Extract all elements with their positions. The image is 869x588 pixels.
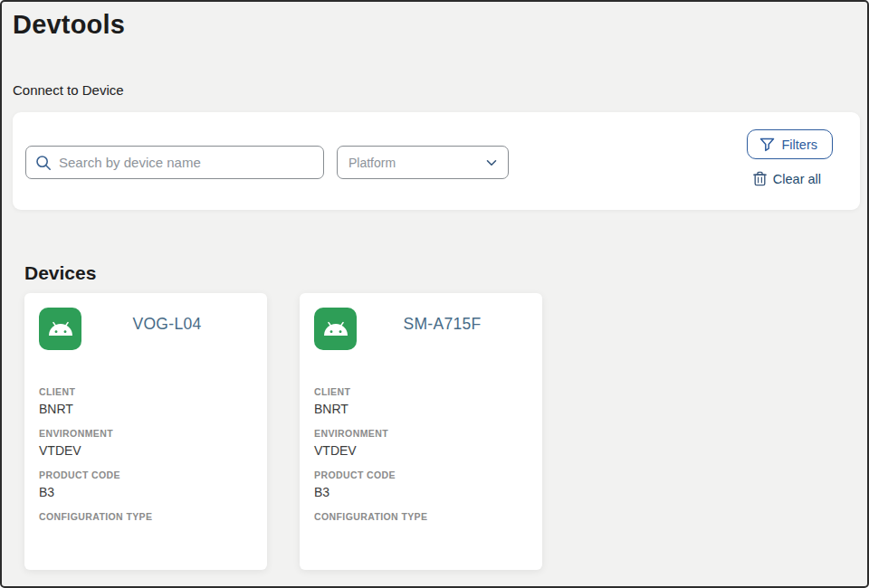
device-card[interactable]: VOG-L04 CLIENT BNRT ENVIRONMENT VTDEV PR…	[24, 293, 267, 570]
field-label: PRODUCT CODE	[39, 469, 253, 480]
field-environment: ENVIRONMENT VTDEV	[39, 428, 253, 458]
field-value: VTDEV	[314, 443, 528, 458]
android-icon	[39, 308, 81, 350]
search-icon	[35, 155, 52, 171]
field-label: CONFIGURATION TYPE	[39, 511, 253, 522]
clear-all-button[interactable]: Clear all	[753, 171, 821, 186]
field-value: B3	[314, 485, 528, 499]
search-input-wrapper	[25, 146, 324, 179]
field-client: CLIENT BNRT	[39, 386, 253, 416]
field-label: ENVIRONMENT	[314, 428, 528, 439]
field-client: CLIENT BNRT	[314, 386, 528, 416]
section-label: Connect to Device	[13, 82, 124, 98]
field-value	[39, 526, 253, 541]
clear-all-label: Clear all	[773, 172, 821, 186]
devices-heading: Devices	[24, 262, 96, 284]
filters-button[interactable]: Filters	[747, 129, 833, 159]
filters-button-label: Filters	[782, 138, 817, 152]
field-value: B3	[39, 485, 253, 499]
device-card[interactable]: SM-A715F CLIENT BNRT ENVIRONMENT VTDEV P…	[300, 293, 542, 570]
field-value	[314, 526, 528, 541]
filter-panel: Platform Filters Clear all	[13, 112, 860, 210]
field-value: BNRT	[39, 402, 253, 416]
field-product-code: PRODUCT CODE B3	[314, 469, 528, 499]
page-title: Devtools	[13, 10, 125, 40]
field-value: VTDEV	[39, 443, 253, 458]
chevron-down-icon	[486, 159, 497, 166]
field-label: CLIENT	[39, 386, 253, 397]
device-name: SM-A715F	[357, 315, 528, 334]
device-card-header: VOG-L04	[39, 308, 253, 350]
field-label: ENVIRONMENT	[39, 428, 253, 439]
platform-select-value: Platform	[349, 156, 396, 170]
devices-list: VOG-L04 CLIENT BNRT ENVIRONMENT VTDEV PR…	[24, 293, 542, 570]
field-configuration-type: CONFIGURATION TYPE	[314, 511, 528, 541]
field-environment: ENVIRONMENT VTDEV	[314, 428, 528, 458]
filter-actions: Filters Clear all	[747, 129, 833, 186]
field-label: CLIENT	[314, 386, 528, 397]
device-fields: CLIENT BNRT ENVIRONMENT VTDEV PRODUCT CO…	[39, 386, 253, 541]
devtools-window: Devtools Connect to Device Platform Filt…	[0, 0, 869, 588]
field-product-code: PRODUCT CODE B3	[39, 469, 253, 499]
device-fields: CLIENT BNRT ENVIRONMENT VTDEV PRODUCT CO…	[314, 386, 528, 541]
field-value: BNRT	[314, 402, 528, 416]
device-name: VOG-L04	[81, 315, 253, 334]
filter-funnel-icon	[759, 138, 775, 152]
android-icon	[314, 308, 357, 350]
device-card-header: SM-A715F	[314, 308, 528, 350]
platform-select[interactable]: Platform	[337, 146, 509, 179]
field-label: CONFIGURATION TYPE	[314, 511, 528, 522]
search-input[interactable]	[59, 155, 314, 170]
field-label: PRODUCT CODE	[314, 469, 528, 480]
field-configuration-type: CONFIGURATION TYPE	[39, 511, 253, 541]
trash-icon	[753, 171, 767, 186]
